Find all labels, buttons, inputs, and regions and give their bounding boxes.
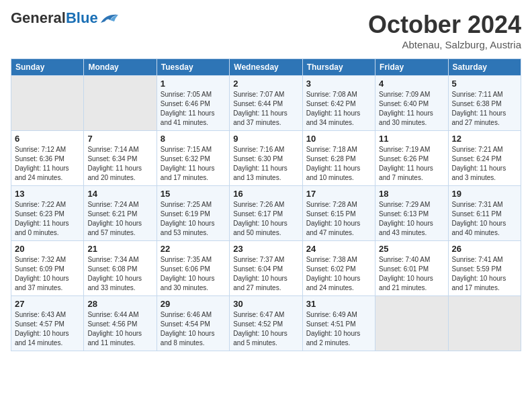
calendar-cell: 4Sunrise: 7:09 AM Sunset: 6:40 PM Daylig… <box>375 76 448 131</box>
day-info: Sunrise: 7:28 AM Sunset: 6:15 PM Dayligh… <box>306 200 371 238</box>
day-number: 27 <box>15 299 80 309</box>
day-info: Sunrise: 7:24 AM Sunset: 6:21 PM Dayligh… <box>87 200 152 238</box>
calendar-cell: 9Sunrise: 7:16 AM Sunset: 6:30 PM Daylig… <box>230 131 302 186</box>
calendar-cell: 10Sunrise: 7:18 AM Sunset: 6:28 PM Dayli… <box>302 131 375 186</box>
calendar-cell: 17Sunrise: 7:28 AM Sunset: 6:15 PM Dayli… <box>302 186 375 241</box>
calendar-cell: 30Sunrise: 6:47 AM Sunset: 4:52 PM Dayli… <box>230 296 302 351</box>
day-number: 7 <box>87 134 152 144</box>
page-header: GeneralBlue October 2024 Abtenau, Salzbu… <box>11 11 521 50</box>
day-number: 8 <box>161 134 226 144</box>
calendar-cell: 18Sunrise: 7:29 AM Sunset: 6:13 PM Dayli… <box>375 186 448 241</box>
calendar-cell: 6Sunrise: 7:12 AM Sunset: 6:36 PM Daylig… <box>11 131 84 186</box>
calendar-cell: 5Sunrise: 7:11 AM Sunset: 6:38 PM Daylig… <box>448 76 521 131</box>
day-number: 19 <box>452 189 517 199</box>
day-number: 12 <box>452 134 517 144</box>
day-info: Sunrise: 7:18 AM Sunset: 6:28 PM Dayligh… <box>306 145 371 183</box>
day-number: 9 <box>233 134 298 144</box>
calendar-cell: 8Sunrise: 7:15 AM Sunset: 6:32 PM Daylig… <box>157 131 229 186</box>
day-info: Sunrise: 7:31 AM Sunset: 6:11 PM Dayligh… <box>452 200 517 238</box>
weekday-header-cell: Wednesday <box>230 59 302 76</box>
weekday-header-cell: Thursday <box>302 59 375 76</box>
day-info: Sunrise: 7:16 AM Sunset: 6:30 PM Dayligh… <box>233 145 298 183</box>
calendar-cell <box>11 76 84 131</box>
calendar-cell <box>448 296 521 351</box>
logo-bird-icon <box>99 11 120 26</box>
day-info: Sunrise: 7:19 AM Sunset: 6:26 PM Dayligh… <box>379 145 444 183</box>
day-info: Sunrise: 7:12 AM Sunset: 6:36 PM Dayligh… <box>15 145 80 183</box>
calendar-body: 1Sunrise: 7:05 AM Sunset: 6:46 PM Daylig… <box>11 76 521 351</box>
calendar-week-row: 27Sunrise: 6:43 AM Sunset: 4:57 PM Dayli… <box>11 296 521 351</box>
day-info: Sunrise: 7:15 AM Sunset: 6:32 PM Dayligh… <box>161 145 226 183</box>
day-info: Sunrise: 6:44 AM Sunset: 4:56 PM Dayligh… <box>87 310 152 348</box>
day-info: Sunrise: 7:29 AM Sunset: 6:13 PM Dayligh… <box>379 200 444 238</box>
calendar-cell: 26Sunrise: 7:41 AM Sunset: 5:59 PM Dayli… <box>448 241 521 296</box>
day-info: Sunrise: 6:49 AM Sunset: 4:51 PM Dayligh… <box>306 310 371 348</box>
calendar-cell: 2Sunrise: 7:07 AM Sunset: 6:44 PM Daylig… <box>230 76 302 131</box>
day-number: 2 <box>233 79 298 89</box>
title-block: October 2024 Abtenau, Salzburg, Austria <box>368 11 521 50</box>
day-number: 25 <box>379 244 444 254</box>
day-info: Sunrise: 7:07 AM Sunset: 6:44 PM Dayligh… <box>233 90 298 128</box>
day-number: 6 <box>15 134 80 144</box>
day-info: Sunrise: 7:32 AM Sunset: 6:09 PM Dayligh… <box>15 255 80 293</box>
day-info: Sunrise: 7:11 AM Sunset: 6:38 PM Dayligh… <box>452 90 517 128</box>
day-number: 1 <box>161 79 226 89</box>
weekday-header-cell: Friday <box>375 59 448 76</box>
calendar-cell: 29Sunrise: 6:46 AM Sunset: 4:54 PM Dayli… <box>157 296 229 351</box>
calendar-cell: 20Sunrise: 7:32 AM Sunset: 6:09 PM Dayli… <box>11 241 84 296</box>
calendar-table: SundayMondayTuesdayWednesdayThursdayFrid… <box>11 58 521 351</box>
calendar-cell <box>84 76 157 131</box>
weekday-header-cell: Sunday <box>11 59 84 76</box>
day-info: Sunrise: 7:34 AM Sunset: 6:08 PM Dayligh… <box>87 255 152 293</box>
calendar-cell: 23Sunrise: 7:37 AM Sunset: 6:04 PM Dayli… <box>230 241 302 296</box>
day-info: Sunrise: 7:37 AM Sunset: 6:04 PM Dayligh… <box>233 255 298 293</box>
weekday-header-cell: Tuesday <box>157 59 229 76</box>
day-info: Sunrise: 7:14 AM Sunset: 6:34 PM Dayligh… <box>87 145 152 183</box>
day-number: 15 <box>161 189 226 199</box>
day-number: 22 <box>161 244 226 254</box>
calendar-cell: 21Sunrise: 7:34 AM Sunset: 6:08 PM Dayli… <box>84 241 157 296</box>
day-number: 3 <box>306 79 371 89</box>
day-info: Sunrise: 6:47 AM Sunset: 4:52 PM Dayligh… <box>233 310 298 348</box>
day-number: 5 <box>452 79 517 89</box>
calendar-cell: 12Sunrise: 7:21 AM Sunset: 6:24 PM Dayli… <box>448 131 521 186</box>
calendar-cell: 15Sunrise: 7:25 AM Sunset: 6:19 PM Dayli… <box>157 186 229 241</box>
day-number: 31 <box>306 299 371 309</box>
calendar-cell: 1Sunrise: 7:05 AM Sunset: 6:46 PM Daylig… <box>157 76 229 131</box>
day-info: Sunrise: 7:35 AM Sunset: 6:06 PM Dayligh… <box>161 255 226 293</box>
calendar-cell: 14Sunrise: 7:24 AM Sunset: 6:21 PM Dayli… <box>84 186 157 241</box>
calendar-week-row: 20Sunrise: 7:32 AM Sunset: 6:09 PM Dayli… <box>11 241 521 296</box>
day-number: 30 <box>233 299 298 309</box>
day-info: Sunrise: 6:46 AM Sunset: 4:54 PM Dayligh… <box>161 310 226 348</box>
logo: GeneralBlue <box>11 11 120 26</box>
day-info: Sunrise: 7:25 AM Sunset: 6:19 PM Dayligh… <box>161 200 226 238</box>
calendar-subtitle: Abtenau, Salzburg, Austria <box>368 39 521 50</box>
calendar-cell: 7Sunrise: 7:14 AM Sunset: 6:34 PM Daylig… <box>84 131 157 186</box>
day-number: 20 <box>15 244 80 254</box>
day-info: Sunrise: 7:21 AM Sunset: 6:24 PM Dayligh… <box>452 145 517 183</box>
calendar-week-row: 13Sunrise: 7:22 AM Sunset: 6:23 PM Dayli… <box>11 186 521 241</box>
day-number: 13 <box>15 189 80 199</box>
day-number: 4 <box>379 79 444 89</box>
calendar-cell: 24Sunrise: 7:38 AM Sunset: 6:02 PM Dayli… <box>302 241 375 296</box>
day-info: Sunrise: 7:09 AM Sunset: 6:40 PM Dayligh… <box>379 90 444 128</box>
day-number: 24 <box>306 244 371 254</box>
day-info: Sunrise: 7:05 AM Sunset: 6:46 PM Dayligh… <box>161 90 226 128</box>
day-info: Sunrise: 7:26 AM Sunset: 6:17 PM Dayligh… <box>233 200 298 238</box>
day-info: Sunrise: 7:22 AM Sunset: 6:23 PM Dayligh… <box>15 200 80 238</box>
calendar-week-row: 6Sunrise: 7:12 AM Sunset: 6:36 PM Daylig… <box>11 131 521 186</box>
calendar-cell: 28Sunrise: 6:44 AM Sunset: 4:56 PM Dayli… <box>84 296 157 351</box>
calendar-cell: 13Sunrise: 7:22 AM Sunset: 6:23 PM Dayli… <box>11 186 84 241</box>
day-info: Sunrise: 7:38 AM Sunset: 6:02 PM Dayligh… <box>306 255 371 293</box>
calendar-week-row: 1Sunrise: 7:05 AM Sunset: 6:46 PM Daylig… <box>11 76 521 131</box>
calendar-cell: 22Sunrise: 7:35 AM Sunset: 6:06 PM Dayli… <box>157 241 229 296</box>
day-number: 28 <box>87 299 152 309</box>
calendar-cell: 25Sunrise: 7:40 AM Sunset: 6:01 PM Dayli… <box>375 241 448 296</box>
day-info: Sunrise: 7:41 AM Sunset: 5:59 PM Dayligh… <box>452 255 517 293</box>
day-number: 18 <box>379 189 444 199</box>
calendar-cell <box>375 296 448 351</box>
day-info: Sunrise: 7:08 AM Sunset: 6:42 PM Dayligh… <box>306 90 371 128</box>
calendar-cell: 16Sunrise: 7:26 AM Sunset: 6:17 PM Dayli… <box>230 186 302 241</box>
day-number: 26 <box>452 244 517 254</box>
day-number: 16 <box>233 189 298 199</box>
